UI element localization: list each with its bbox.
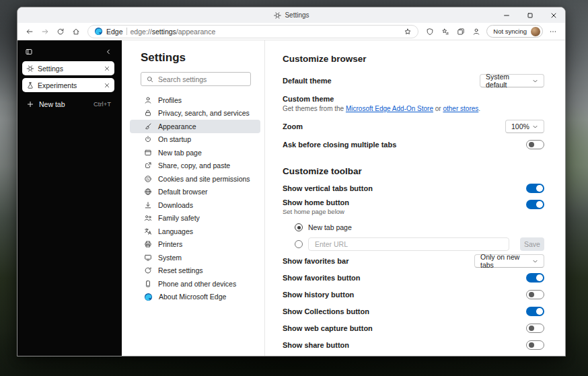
chevron-down-icon [532, 258, 538, 264]
row-label: Show favorites button [283, 274, 361, 282]
ask-before-closing-toggle[interactable] [526, 140, 544, 149]
reset-icon [144, 266, 152, 274]
address-bar[interactable]: Edge edge://settings/appearance [87, 25, 418, 38]
favorites-button[interactable] [438, 25, 453, 38]
zoom-value: 100% [511, 122, 529, 130]
other-stores-link[interactable]: other stores [443, 105, 478, 112]
setting-row-show-collections-button: Show Collections button [283, 305, 544, 318]
chevron-down-icon [532, 124, 538, 130]
add-favorite-icon[interactable] [404, 28, 412, 36]
vertical-tab-experiments[interactable]: Experiments [22, 78, 114, 92]
radio-unselected-icon[interactable] [295, 240, 303, 248]
forward-button[interactable] [38, 25, 52, 38]
row-text: Show web capture button [283, 324, 373, 332]
show-favorites-bar-dropdown[interactable]: Only on new tabs [474, 254, 544, 268]
sidebar-item-printers[interactable]: Printers [130, 238, 260, 252]
sidebar-item-system[interactable]: System [130, 251, 260, 264]
vertical-tabs-icon[interactable] [25, 48, 33, 56]
row-text: Show history button [283, 291, 354, 299]
sidebar-item-label: Phone and other devices [158, 280, 236, 288]
profile-status-label: Not syncing [493, 28, 527, 35]
url-placeholder: Enter URL [315, 240, 348, 248]
row-label: Show vertical tabs button [283, 184, 373, 192]
show-history-button-toggle[interactable] [526, 290, 544, 299]
titlebar-tab-info: Settings [273, 11, 309, 20]
ask-before-closing-row: Ask before closing multiple tabs [283, 138, 544, 151]
sidebar-item-label: Languages [158, 227, 193, 235]
save-button[interactable]: Save [520, 237, 544, 251]
settings-content: Customize browser Default theme System d… [264, 40, 565, 356]
new-tab-button[interactable]: New tab Ctrl+T [22, 97, 114, 111]
chevron-down-icon [532, 78, 538, 84]
sidebar-item-privacy-search-and-services[interactable]: Privacy, search, and services [130, 107, 260, 120]
custom-theme-desc-prefix: Get themes from the [283, 105, 346, 112]
back-button[interactable] [22, 25, 37, 38]
show-collections-button-toggle[interactable] [526, 307, 544, 316]
home-button[interactable] [69, 25, 83, 38]
row-text: Show Collections button [283, 307, 369, 315]
close-tab-icon[interactable] [103, 65, 111, 73]
person-icon [472, 28, 480, 36]
setting-row-show-share-button: Show share button [283, 338, 544, 352]
show-home-button-toggle[interactable] [526, 200, 544, 209]
sidebar-item-label: Downloads [158, 201, 193, 209]
sidebar-item-phone-and-other-devices[interactable]: Phone and other devices [130, 277, 260, 291]
vertical-tab-settings[interactable]: Settings [22, 61, 114, 75]
sidebar-item-reset-settings[interactable]: Reset settings [130, 264, 260, 278]
sidebar-item-label: System [158, 254, 182, 262]
show-favorites-button-toggle[interactable] [526, 273, 544, 283]
sidebar-item-downloads[interactable]: Downloads [130, 198, 260, 212]
user-button[interactable] [469, 25, 484, 38]
zoom-row: Zoom 100% [283, 120, 544, 133]
sidebar-item-on-startup[interactable]: On startup [130, 133, 260, 147]
search-settings-input[interactable] [158, 75, 246, 83]
sidebar-item-new-tab-page[interactable]: New tab page [130, 146, 260, 159]
custom-theme-desc-suffix: . [478, 105, 480, 112]
collections-button[interactable] [453, 25, 468, 38]
sidebar-item-cookies-and-site-permissions[interactable]: Cookies and site permissions [130, 172, 260, 186]
show-web-capture-button-toggle[interactable] [526, 324, 544, 333]
sidebar-item-share-copy-and-paste[interactable]: Share, copy, and paste [130, 159, 260, 173]
row-text: Show vertical tabs button [283, 184, 373, 192]
close-button[interactable] [542, 7, 565, 23]
profile-button[interactable]: Not syncing [486, 25, 543, 38]
sidebar-item-family-safety[interactable]: Family safety [130, 212, 260, 225]
newtab-icon [144, 149, 152, 157]
titlebar[interactable]: Settings [17, 7, 565, 23]
sidebar-item-about-microsoft-edge[interactable]: About Microsoft Edge [130, 291, 260, 304]
custom-theme-desc-mid: or [433, 105, 443, 112]
show-vertical-tabs-button-toggle[interactable] [526, 184, 544, 193]
settings-nav-list: ProfilesPrivacy, search, and servicesApp… [122, 93, 264, 303]
search-settings-box[interactable] [141, 72, 251, 86]
default-theme-value: System default [486, 73, 532, 89]
privacy-icon [144, 109, 152, 117]
close-tab-icon[interactable] [103, 81, 111, 89]
collapse-pane-icon[interactable] [104, 48, 112, 56]
home-url-input[interactable]: Enter URL [308, 237, 509, 251]
maximize-icon [526, 11, 534, 20]
radio-selected-icon[interactable] [295, 223, 303, 231]
zoom-dropdown[interactable]: 100% [505, 120, 544, 133]
settings-heading: Settings [122, 51, 264, 65]
collections-icon [457, 28, 465, 36]
sidebar-item-default-browser[interactable]: Default browser [130, 186, 260, 199]
sidebar-item-label: Reset settings [158, 266, 203, 274]
home-newtab-option[interactable]: New tab page [295, 221, 544, 234]
maximize-button[interactable] [518, 7, 542, 23]
browser-essentials-button[interactable] [422, 25, 437, 38]
sidebar-item-languages[interactable]: Languages [130, 225, 260, 238]
edge-logo-icon [94, 27, 103, 36]
default-theme-dropdown[interactable]: System default [480, 74, 544, 87]
setting-row-show-web-capture-button: Show web capture button [283, 322, 544, 335]
settings-menu-button[interactable] [546, 25, 560, 38]
refresh-button[interactable] [53, 25, 68, 38]
sidebar-item-label: About Microsoft Edge [159, 293, 226, 301]
close-icon [550, 11, 558, 20]
sidebar-item-profiles[interactable]: Profiles [130, 93, 260, 107]
addon-store-link[interactable]: Microsoft Edge Add-On Store [346, 105, 433, 112]
home-url-option[interactable]: Enter URL Save [295, 237, 544, 251]
sidebar-item-appearance[interactable]: Appearance [130, 120, 260, 133]
show-share-button-toggle[interactable] [526, 340, 544, 350]
tab-label: Settings [38, 65, 63, 73]
minimize-button[interactable] [494, 7, 518, 23]
